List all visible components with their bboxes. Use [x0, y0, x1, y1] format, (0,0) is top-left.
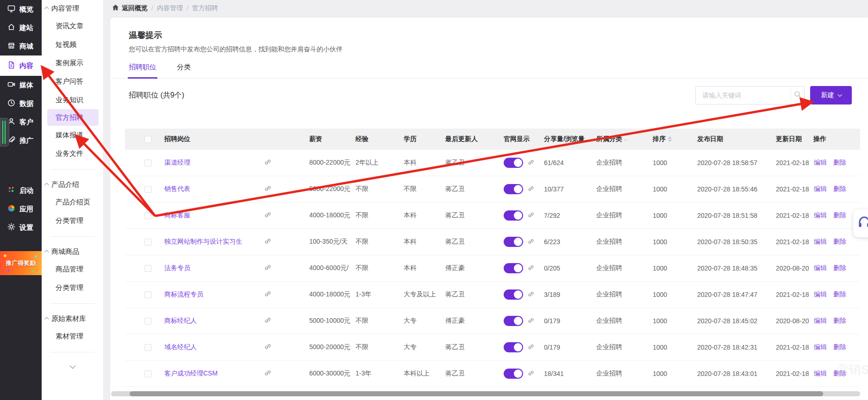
site-display-toggle[interactable]: [504, 369, 523, 379]
share-link-icon[interactable]: [527, 211, 535, 220]
subnav-item-media-report[interactable]: 媒体报道: [42, 126, 103, 144]
site-display-toggle[interactable]: [504, 342, 523, 352]
row-checkbox[interactable]: [144, 160, 151, 166]
subnav-group-content-management[interactable]: 内容管理: [42, 0, 103, 17]
share-link-icon[interactable]: [527, 264, 535, 273]
job-url-icon[interactable]: [264, 369, 272, 378]
edit-link[interactable]: 编辑: [814, 159, 827, 167]
subnav-item-category-mgmt-2[interactable]: 分类管理: [42, 278, 103, 297]
subnav-group-mall-goods[interactable]: 商城商品: [42, 243, 103, 260]
subnav-item-goods-mgmt[interactable]: 商品管理: [42, 260, 103, 278]
job-title-link[interactable]: 渠道经理: [164, 159, 190, 167]
sidebar-item-apps[interactable]: 应用: [0, 200, 42, 218]
row-checkbox[interactable]: [144, 186, 151, 193]
edit-link[interactable]: 编辑: [814, 264, 827, 272]
share-link-icon[interactable]: [527, 238, 535, 246]
sidebar-item-data[interactable]: 数据: [0, 94, 42, 113]
row-checkbox[interactable]: [144, 239, 151, 246]
row-checkbox[interactable]: [144, 291, 151, 298]
select-all-checkbox[interactable]: [144, 136, 151, 143]
breadcrumb-official-recruit[interactable]: 官方招聘: [192, 4, 218, 12]
subnav-item-material-mgmt[interactable]: 素材管理: [42, 327, 103, 345]
share-link-icon[interactable]: [527, 369, 535, 378]
site-display-toggle[interactable]: [504, 184, 523, 194]
sidebar-item-settings[interactable]: 设置: [0, 218, 42, 237]
job-url-icon[interactable]: [264, 343, 272, 352]
site-display-toggle[interactable]: [504, 158, 523, 168]
delete-link[interactable]: 删除: [833, 343, 846, 351]
job-title-link[interactable]: 销售代表: [164, 185, 190, 193]
site-display-toggle[interactable]: [504, 263, 523, 273]
delete-link[interactable]: 删除: [833, 317, 846, 325]
delete-link[interactable]: 删除: [833, 238, 846, 246]
edit-link[interactable]: 编辑: [814, 290, 827, 299]
job-title-link[interactable]: 商标客服: [164, 211, 190, 220]
horizontal-scrollbar-track[interactable]: [111, 391, 860, 396]
subnav-item-short-video[interactable]: 短视频: [42, 35, 103, 54]
subnav-item-category-mgmt-1[interactable]: 分类管理: [42, 211, 103, 230]
job-url-icon[interactable]: [264, 264, 272, 273]
sidebar-item-mall[interactable]: 商城: [0, 37, 42, 55]
new-button[interactable]: 新建: [810, 86, 852, 105]
subnav-item-qa[interactable]: 客户问答: [42, 72, 103, 91]
job-title-link[interactable]: 域名经纪人: [164, 343, 197, 351]
breadcrumb-content-mgmt[interactable]: 内容管理: [157, 4, 183, 12]
subnav-item-business-files[interactable]: 业务文件: [42, 144, 103, 163]
site-display-toggle[interactable]: [504, 237, 523, 247]
edit-link[interactable]: 编辑: [814, 238, 827, 246]
sidebar-item-media[interactable]: 媒体: [0, 76, 42, 94]
share-link-icon[interactable]: [527, 185, 535, 194]
delete-link[interactable]: 删除: [833, 290, 846, 299]
edit-link[interactable]: 编辑: [814, 185, 827, 193]
support-widget[interactable]: [853, 209, 868, 237]
share-link-icon[interactable]: [527, 343, 535, 352]
job-url-icon[interactable]: [264, 185, 272, 194]
edge-handle-widget[interactable]: [0, 118, 9, 147]
delete-link[interactable]: 删除: [833, 369, 846, 378]
subnav-item-cases[interactable]: 案例展示: [42, 54, 103, 72]
search-button[interactable]: [791, 86, 804, 104]
job-title-link[interactable]: 商标流程专员: [164, 290, 203, 299]
edit-link[interactable]: 编辑: [814, 317, 827, 325]
share-link-icon[interactable]: [527, 317, 535, 326]
row-checkbox[interactable]: [144, 344, 151, 351]
site-display-toggle[interactable]: [504, 316, 523, 326]
col-header-category[interactable]: 所属分类: [596, 135, 653, 143]
delete-link[interactable]: 删除: [833, 185, 846, 193]
job-title-link[interactable]: 商标经纪人: [164, 317, 197, 325]
subnav-item-product-page[interactable]: 产品介绍页: [42, 193, 103, 211]
site-display-toggle[interactable]: [504, 289, 523, 300]
edit-link[interactable]: 编辑: [814, 343, 827, 351]
edit-link[interactable]: 编辑: [814, 369, 827, 378]
job-url-icon[interactable]: [264, 316, 272, 326]
share-link-icon[interactable]: [527, 159, 535, 167]
sidebar-item-overview[interactable]: 概览: [0, 0, 42, 18]
edit-link[interactable]: 编辑: [814, 211, 827, 220]
job-title-link[interactable]: 客户成功经理CSM: [164, 369, 218, 378]
search-input[interactable]: [696, 92, 791, 99]
subnav-group-raw-materials[interactable]: 原始素材库: [42, 310, 103, 327]
delete-link[interactable]: 删除: [833, 159, 846, 167]
tab-recruit-positions[interactable]: 招聘职位: [129, 63, 156, 78]
horizontal-scrollbar-thumb[interactable]: [130, 391, 823, 396]
subnav-collapse-button[interactable]: [42, 359, 103, 368]
col-header-sort[interactable]: 排序: [653, 135, 697, 143]
row-checkbox[interactable]: [144, 265, 151, 272]
job-url-icon[interactable]: [264, 211, 272, 220]
subnav-group-product-intro[interactable]: 产品介绍: [42, 176, 103, 193]
job-url-icon[interactable]: [264, 290, 272, 299]
subnav-item-knowledge[interactable]: 业务知识: [42, 91, 103, 109]
row-checkbox[interactable]: [144, 318, 151, 325]
job-url-icon[interactable]: [264, 237, 272, 246]
job-title-link[interactable]: 独立网站制作与设计实习生: [164, 238, 242, 246]
site-display-toggle[interactable]: [504, 210, 523, 221]
breadcrumb-home[interactable]: 返回概览: [112, 4, 148, 12]
delete-link[interactable]: 删除: [833, 264, 846, 272]
subnav-item-articles[interactable]: 资讯文章: [42, 17, 103, 35]
sidebar-item-content[interactable]: 内容: [0, 55, 42, 76]
row-checkbox[interactable]: [144, 370, 151, 377]
promo-banner[interactable]: 推广得奖励: [0, 251, 42, 275]
sidebar-item-site[interactable]: 建站: [0, 18, 42, 37]
job-title-link[interactable]: 法务专员: [164, 264, 190, 272]
tab-categories[interactable]: 分类: [177, 63, 191, 78]
